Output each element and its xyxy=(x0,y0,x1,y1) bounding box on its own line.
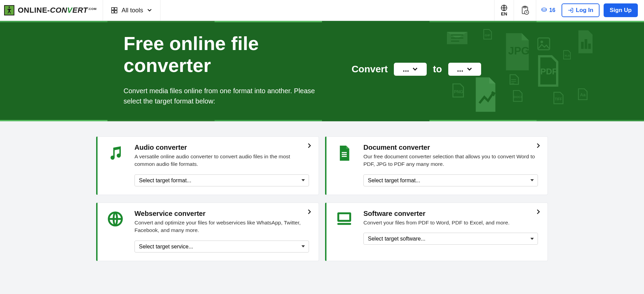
convert-bar: Convert ... to ... xyxy=(351,63,481,76)
signup-label: Sign Up xyxy=(610,7,632,13)
card-title: Software converter xyxy=(363,210,538,218)
convert-label: Convert xyxy=(351,64,388,75)
coins-icon xyxy=(541,7,547,13)
software-target-select[interactable]: Select target software... xyxy=(363,233,538,245)
card-desc: Our free document converter selection th… xyxy=(363,153,538,168)
credits-value: 16 xyxy=(549,7,555,13)
tiff-file-icon: TIFF xyxy=(552,91,565,105)
svg-rect-7 xyxy=(538,38,550,50)
card-webservice-converter[interactable]: Webservice converter Convert and optimiz… xyxy=(96,203,319,261)
svg-text:DOCX: DOCX xyxy=(514,95,523,99)
hero-title: Free online file converter xyxy=(124,33,338,77)
accent-bar-bottom xyxy=(0,120,644,121)
card-title: Document converter xyxy=(363,144,538,151)
card-software-converter[interactable]: Software converter Convert your files fr… xyxy=(325,203,548,261)
header: ONLINE-CONVERT.COM All tools EN 16 Log I… xyxy=(0,0,644,21)
card-desc: Convert and optimize your files for webs… xyxy=(134,219,309,234)
mail-icon xyxy=(445,26,469,50)
card-title: Audio converter xyxy=(134,144,309,151)
logo-icon xyxy=(4,5,14,15)
clipboard-clock-icon xyxy=(520,5,530,15)
font-file-icon: Aa xyxy=(576,88,589,101)
svg-text:TIFF: TIFF xyxy=(555,97,562,101)
svg-text:GIF: GIF xyxy=(485,33,491,37)
svg-point-4 xyxy=(542,8,546,10)
convert-from-value: ... xyxy=(403,65,409,74)
history-button[interactable] xyxy=(514,0,536,21)
svg-text:Aa: Aa xyxy=(580,93,586,97)
monitor-icon xyxy=(334,210,355,253)
login-button[interactable]: Log In xyxy=(562,3,600,17)
hero: GIF JPG XLS PDF PNG DOCX TIFF Aa Free on… xyxy=(0,21,644,121)
svg-text:XLS: XLS xyxy=(565,54,570,57)
grid-icon xyxy=(111,7,117,13)
globe-icon xyxy=(105,210,126,253)
image-file-icon xyxy=(536,36,552,52)
to-label: to xyxy=(433,64,442,75)
card-audio-converter[interactable]: Audio converter A versatile online audio… xyxy=(96,136,319,195)
webservice-target-select[interactable]: Select target service... xyxy=(134,241,309,253)
signup-button[interactable]: Sign Up xyxy=(604,3,638,17)
card-desc: A versatile online audio converter to co… xyxy=(134,153,309,168)
convert-to-value: ... xyxy=(457,65,463,74)
chevron-right-icon xyxy=(537,143,540,148)
converter-grid: Audio converter A versatile online audio… xyxy=(76,121,568,261)
chevron-down-icon xyxy=(467,66,472,72)
globe-icon xyxy=(501,4,507,11)
svg-rect-21 xyxy=(337,223,351,225)
login-icon xyxy=(568,7,574,13)
logo-text: ONLINE-CONVERT.COM xyxy=(18,6,96,15)
pdf-file-icon: PDF xyxy=(534,55,562,87)
jpg-file-icon: JPG xyxy=(500,31,534,72)
barchart-file-icon xyxy=(575,29,596,54)
docx-file-icon: DOCX xyxy=(511,89,524,102)
audio-target-select[interactable]: Select target format... xyxy=(134,174,309,186)
svg-text:PDF: PDF xyxy=(540,67,557,76)
language-selector[interactable]: EN xyxy=(494,0,514,21)
accent-bar-top xyxy=(0,21,644,22)
chevron-down-icon xyxy=(147,8,152,13)
xls-file-icon: XLS xyxy=(562,50,572,60)
card-desc: Convert your files from PDF to Word, PDF… xyxy=(363,219,538,226)
svg-rect-11 xyxy=(588,44,591,49)
convert-from-select[interactable]: ... xyxy=(394,63,427,76)
svg-rect-10 xyxy=(584,39,587,49)
document-icon xyxy=(334,144,355,186)
all-tools-label: All tools xyxy=(121,7,143,14)
chevron-down-icon xyxy=(412,66,418,72)
language-label: EN xyxy=(501,11,507,16)
svg-rect-20 xyxy=(339,214,349,220)
music-icon xyxy=(105,144,126,186)
card-document-converter[interactable]: Document converter Our free document con… xyxy=(325,136,548,195)
auth-actions: Log In Sign Up xyxy=(560,0,644,21)
hero-subtitle: Convert media files online from one form… xyxy=(124,86,315,106)
chevron-right-icon xyxy=(308,209,311,215)
chart-file-icon xyxy=(471,76,500,113)
login-label: Log In xyxy=(576,7,593,14)
logo[interactable]: ONLINE-CONVERT.COM xyxy=(0,0,103,21)
card-title: Webservice converter xyxy=(134,210,309,218)
convert-to-select[interactable]: ... xyxy=(448,63,481,76)
chevron-right-icon xyxy=(537,209,540,215)
all-tools-menu[interactable]: All tools xyxy=(103,0,160,21)
svg-text:JPG: JPG xyxy=(508,45,530,57)
credits-indicator[interactable]: 16 xyxy=(536,0,560,21)
png-file-icon: PNG xyxy=(450,83,466,98)
chevron-right-icon xyxy=(308,143,311,148)
gif-file-icon: GIF xyxy=(482,28,493,40)
svg-rect-9 xyxy=(581,42,584,49)
svg-point-8 xyxy=(540,40,543,43)
document-target-select[interactable]: Select target format... xyxy=(363,174,538,186)
audio-file-icon xyxy=(506,72,521,87)
svg-text:PNG: PNG xyxy=(454,89,463,94)
